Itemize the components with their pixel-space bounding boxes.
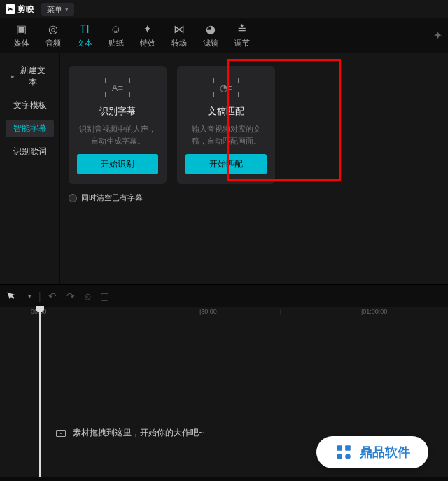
main-area: ▸ 新建文本 文字模板 智能字幕 识别歌词 A≡ 识别字幕 识别音视频中的人声，… — [0, 53, 448, 284]
tool-media[interactable]: ▣ 媒体 — [6, 23, 37, 48]
card-script-match: ◔≡ 文稿匹配 输入音视频对应的文稿，自动匹配画面。 开始匹配 — [177, 66, 275, 184]
card-icon: ◔≡ — [214, 77, 239, 98]
empty-message-text: 素材拖拽到这里，开始你的大作吧~ — [73, 427, 204, 439]
app-logo: ✂ 剪映 — [6, 4, 34, 15]
delete-icon[interactable]: ▢ — [100, 291, 109, 302]
svg-point-3 — [345, 454, 351, 459]
checkbox-row[interactable]: 同时清空已有字幕 — [69, 193, 440, 203]
audio-icon: ◎ — [48, 23, 58, 36]
sidebar: ▸ 新建文本 文字模板 智能字幕 识别歌词 — [0, 53, 59, 284]
tool-filter[interactable]: ◕ 滤镜 — [195, 23, 226, 48]
sidebar-item-label: 文字模板 — [13, 100, 47, 110]
start-match-button[interactable]: 开始匹配 — [186, 154, 267, 174]
timeline-ruler[interactable]: 00:00 |30:00 | |01:00:00 — [0, 307, 448, 319]
card-description: 输入音视频对应的文稿，自动匹配画面。 — [186, 123, 267, 147]
effects-icon: ✦ — [143, 23, 152, 36]
empty-track-message: 素材拖拽到这里，开始你的大作吧~ — [56, 427, 204, 439]
sidebar-item-label: 智能字幕 — [13, 123, 47, 133]
timeline-toolbar: ▾ | ↶ ↷ ⎋ ▢ — [0, 284, 448, 307]
tool-audio[interactable]: ◎ 音频 — [37, 23, 69, 48]
tool-effects[interactable]: ✦ 特效 — [132, 23, 163, 48]
pointer-tool-icon[interactable] — [7, 289, 18, 302]
separator: | — [38, 291, 41, 302]
text-icon: TI — [79, 23, 89, 36]
cards-row: A≡ 识别字幕 识别音视频中的人声，自动生成字幕。 开始识别 ◔≡ 文稿匹配 输… — [69, 66, 440, 184]
undo-icon[interactable]: ↶ — [48, 291, 57, 302]
watermark: 鼎品软件 — [316, 436, 428, 468]
sidebar-item-lyrics[interactable]: 识别歌词 — [6, 143, 54, 160]
tool-transition[interactable]: ⋈ 转场 — [163, 23, 195, 48]
adjust-icon: ≛ — [237, 23, 246, 36]
card-description: 识别音视频中的人声，自动生成字幕。 — [77, 123, 158, 147]
card-recognize-subtitle: A≡ 识别字幕 识别音视频中的人声，自动生成字幕。 开始识别 — [69, 66, 167, 184]
media-placeholder-icon — [56, 430, 66, 437]
tick-label: |30:00 — [200, 308, 217, 315]
toolbar-right: ✦ — [433, 29, 442, 42]
playhead[interactable] — [39, 307, 41, 477]
toolbar-extra-icon[interactable]: ✦ — [433, 29, 442, 42]
watermark-icon — [335, 443, 353, 461]
tool-text[interactable]: TI 文本 — [69, 23, 100, 48]
tick-label: |01:00:00 — [361, 308, 387, 315]
card-title: 识别字幕 — [99, 105, 136, 118]
start-recognize-button[interactable]: 开始识别 — [77, 154, 158, 174]
tool-sticker[interactable]: ☺ 贴纸 — [100, 23, 132, 48]
main-toolbar: ▣ 媒体 ◎ 音频 TI 文本 ☺ 贴纸 ✦ 特效 ⋈ 转场 ◕ 滤镜 ≛ 调节… — [0, 18, 448, 53]
tool-adjust[interactable]: ≛ 调节 — [226, 23, 258, 48]
sidebar-item-smart-subtitle[interactable]: 智能字幕 — [6, 120, 54, 137]
menu-label: 菜单 — [47, 4, 62, 15]
titlebar: ✂ 剪映 菜单 ▾ — [0, 0, 448, 18]
card-icon: A≡ — [105, 77, 130, 98]
watermark-text: 鼎品软件 — [360, 444, 410, 461]
svg-rect-1 — [345, 445, 351, 451]
chevron-down-icon[interactable]: ▾ — [28, 293, 31, 300]
sticker-icon: ☺ — [110, 23, 121, 36]
content-panel: A≡ 识别字幕 识别音视频中的人声，自动生成字幕。 开始识别 ◔≡ 文稿匹配 输… — [59, 53, 448, 284]
app-name: 剪映 — [18, 4, 34, 15]
split-icon[interactable]: ⎋ — [85, 291, 90, 302]
chevron-down-icon: ▾ — [65, 6, 69, 13]
sidebar-item-label: 新建文本 — [17, 64, 48, 88]
filter-icon: ◕ — [206, 23, 216, 36]
tick-mark: | — [280, 308, 281, 315]
card-title: 文稿匹配 — [208, 105, 244, 118]
sidebar-item-label: 识别歌词 — [13, 146, 47, 156]
transition-icon: ⋈ — [174, 23, 185, 36]
menu-dropdown[interactable]: 菜单 ▾ — [41, 3, 74, 16]
sidebar-item-new-text[interactable]: ▸ 新建文本 — [6, 62, 54, 91]
checkbox-label: 同时清空已有字幕 — [81, 193, 143, 203]
svg-rect-2 — [337, 454, 342, 459]
checkbox-icon[interactable] — [69, 194, 77, 202]
media-icon: ▣ — [16, 23, 27, 36]
logo-icon: ✂ — [6, 4, 15, 14]
svg-rect-0 — [337, 445, 342, 451]
redo-icon[interactable]: ↷ — [66, 291, 75, 302]
sidebar-item-text-template[interactable]: 文字模板 — [6, 97, 54, 114]
arrow-right-icon: ▸ — [11, 73, 15, 80]
